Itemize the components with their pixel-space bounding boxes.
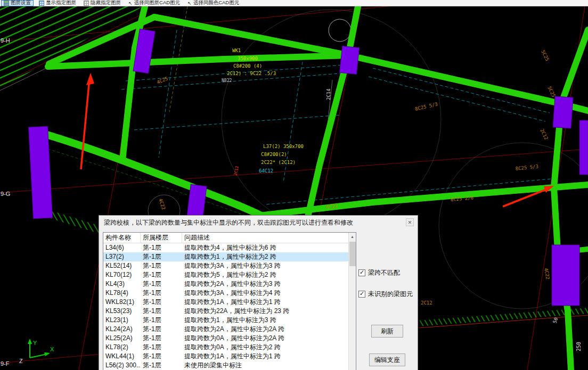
beam-offset-line	[48, 149, 256, 219]
table-cell: 第-1层	[141, 325, 182, 334]
rebar-label: 350x900	[238, 56, 258, 61]
rebar-label: 4C22	[158, 198, 166, 211]
scroll-up-icon[interactable]: ▲	[349, 233, 356, 241]
table-cell: KL78(4)	[103, 289, 141, 298]
beam-label: L37(2) 350x700	[263, 144, 304, 149]
cursor-icon: ↖	[187, 1, 192, 6]
table-cell: 提取跨数为3A，属性中标注为4 跨	[182, 289, 348, 298]
table-cell: KL53(23)	[103, 307, 141, 316]
table-cell: L34(6)	[103, 243, 141, 252]
table-row[interactable]: KL53(23)第-1层提取跨数为22A，属性中标注为 23 跨	[103, 307, 348, 316]
table-cell: 第-1层	[141, 261, 182, 270]
table-cell: WKL82(1)	[103, 298, 141, 307]
checkbox-span-mismatch[interactable]: 梁跨不匹配	[358, 268, 400, 277]
issue-table-body: L34(6)第-1层提取跨数为4，属性中标注为6 跨L37(2)第-1层提取跨数…	[103, 243, 348, 370]
table-row[interactable]: L56(2) 300...第-1层未使用的梁集中标注	[103, 361, 348, 370]
rebar-label: WK1	[232, 48, 241, 53]
toolbar-label: 显示指定图层	[46, 0, 76, 6]
table-cell: 第-1层	[141, 343, 182, 352]
table-cell: 第-1层	[141, 270, 182, 279]
column-header-floor[interactable]: 所属楼层	[141, 233, 182, 243]
rebar-label: 4C25	[156, 76, 169, 85]
checkbox-unrecognized-beam[interactable]: 未识别的梁图元	[358, 290, 413, 299]
table-row[interactable]: L37(2)第-1层提取跨数为1，属性中标注为2 跨	[103, 252, 348, 261]
column-header-component[interactable]: 构件名称	[103, 233, 141, 243]
rebar-label: C8#200(2)	[261, 152, 287, 157]
table-row[interactable]: L34(6)第-1层提取跨数为4，属性中标注为6 跨	[103, 243, 348, 252]
table-cell: 提取跨数为3A，属性中标注为3 跨	[182, 261, 348, 270]
rebar-label: 2C14	[326, 88, 331, 100]
table-cell: 第-1层	[141, 307, 182, 316]
table-cell: 提取跨数为0A，属性中标注为2A 跨	[182, 334, 348, 343]
scrollbar-thumb[interactable]	[349, 242, 356, 266]
checkbox-icon	[358, 291, 365, 298]
toolbar-label: 图层设置	[11, 0, 31, 6]
y-axis-label: Y	[33, 340, 37, 346]
toolbar-item-layer-settings[interactable]: 图层设置	[1, 0, 34, 6]
table-cell: 第-1层	[141, 334, 182, 343]
table-cell: 第-1层	[141, 361, 182, 370]
table-cell: 提取跨数为22A，属性中标注为 23 跨	[182, 307, 348, 316]
axis-label-9h: 9-H	[1, 37, 10, 44]
table-cell: L37(2)	[103, 252, 141, 261]
dialog-title-bar[interactable]: 梁跨校核，以下梁的跨数量与集中标注中显示的不同，双击跟踪图元可以进行查看和修改 …	[99, 216, 418, 229]
dialog-side-panel: 梁跨不匹配 未识别的梁图元 刷新 编辑支座	[356, 232, 418, 370]
slab-hatch-top-left	[0, 6, 143, 89]
table-cell: 提取跨数为1A，属性中标注为1 跨	[182, 352, 348, 361]
top-toolbar: 图层设置 显示指定图层 隐藏指定图层 ↖ 选择同图层CAD图元 ↖ 选择同颜色C…	[0, 0, 588, 6]
table-cell: 第-1层	[141, 243, 182, 252]
checkbox-icon	[358, 269, 365, 276]
table-row[interactable]: KL25(2A)第-1层提取跨数为0A，属性中标注为2A 跨	[103, 334, 348, 343]
toolbar-item-select-same-layer[interactable]: ↖ 选择同图层CAD图元	[126, 0, 182, 6]
table-row[interactable]: KL24(2A)第-1层提取跨数为2A，属性中标注为2A 跨	[103, 325, 348, 334]
x-axis-label: X	[50, 346, 54, 352]
toolbar-item-select-same-color[interactable]: ↖ 选择同颜色CAD图元	[185, 0, 241, 6]
table-cell: 第-1层	[141, 252, 182, 261]
rebar-label: N822	[222, 78, 232, 83]
table-row[interactable]: KL70(12)第-1层提取跨数为5，属性中标注为2 跨	[103, 270, 348, 279]
rebar-label: 2C12) : 9C22 .5/3	[227, 71, 276, 76]
checkbox-label: 梁跨不匹配	[368, 268, 400, 277]
table-cell: KL4(3)	[103, 279, 141, 289]
table-cell: 提取跨数为0A，属性中标注为2 跨	[182, 343, 348, 352]
rebar-label: 2C12	[421, 300, 432, 306]
table-row[interactable]: KL78(2)第-1层提取跨数为0A，属性中标注为2 跨	[103, 343, 348, 352]
edit-support-button[interactable]: 编辑支座	[369, 353, 405, 366]
x-axis-arrow	[44, 352, 50, 356]
refresh-button[interactable]: 刷新	[371, 325, 403, 338]
table-cell: 提取跨数为1，属性中标注为3 跨	[182, 316, 348, 325]
table-row[interactable]: KL23(1)第-1层提取跨数为1，属性中标注为3 跨	[103, 316, 348, 325]
rebar-label: 2C22* (2C12)	[261, 160, 296, 165]
toolbar-label: 选择同图层CAD图元	[134, 0, 181, 6]
table-row[interactable]: WKL82(1)第-1层提取跨数为1A，属性中标注为1 跨	[103, 298, 348, 307]
table-cell: 第-1层	[141, 352, 182, 361]
column-header-problem[interactable]: 问题描述	[182, 233, 356, 243]
table-row[interactable]: KL78(4)第-1层提取跨数为3A，属性中标注为4 跨	[103, 289, 348, 298]
rebar-label: 5C25	[540, 49, 550, 62]
dimension-label: 50	[552, 317, 559, 324]
rebar-label: 2C12	[539, 128, 549, 141]
table-row[interactable]: KL4(3)第-1层提取跨数为2A，属性中标注为3 跨	[103, 279, 348, 289]
rebar-label: 8C25 5/3	[414, 101, 438, 111]
table-cell: 提取跨数为2A，属性中标注为3 跨	[182, 279, 348, 289]
table-cell: 提取跨数为2A，属性中标注为2A 跨	[182, 325, 348, 334]
table-cell: 提取跨数为1，属性中标注为2 跨	[182, 252, 348, 261]
table-row[interactable]: WKL44(1)第-1层提取跨数为1A，属性中标注为1 跨	[103, 352, 348, 361]
rebar-label: 64C12	[259, 168, 273, 174]
toolbar-item-show-layer[interactable]: 显示指定图层	[37, 0, 78, 6]
table-cell: KL23(1)	[103, 316, 141, 325]
table-cell: 提取跨数为1A，属性中标注为1 跨	[182, 298, 348, 307]
table-cell: KL25(2A)	[103, 334, 141, 343]
table-cell: 提取跨数为4，属性中标注为6 跨	[182, 243, 348, 252]
table-cell: KL78(2)	[103, 343, 141, 352]
table-scrollbar[interactable]: ▲	[348, 233, 356, 370]
beam-span-check-dialog: 梁跨校核，以下梁的跨数量与集中标注中显示的不同，双击跟踪图元可以进行查看和修改 …	[99, 215, 418, 370]
table-row[interactable]: KL52(14)第-1层提取跨数为3A，属性中标注为3 跨	[103, 261, 348, 270]
rebar-label: C8#200 (4)	[233, 63, 262, 69]
table-cell: 第-1层	[141, 298, 182, 307]
coordinate-triad: Y X Z	[19, 339, 54, 364]
close-icon[interactable]: ✕	[406, 218, 414, 226]
rebar-label: 2C12	[233, 166, 240, 176]
toolbar-item-hide-layer[interactable]: 隐藏指定图层	[81, 0, 123, 6]
layers-icon	[4, 1, 9, 6]
